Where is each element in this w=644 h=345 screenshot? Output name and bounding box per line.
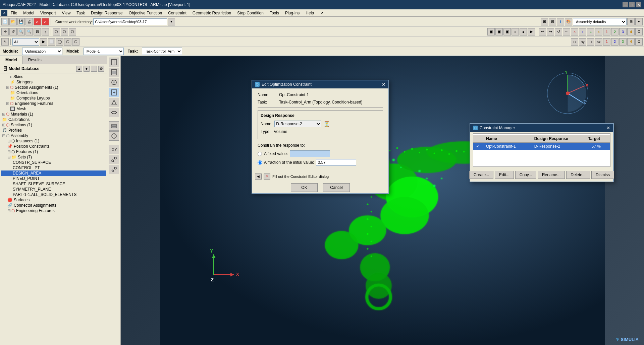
save-btn[interactable]: 💾 [17, 18, 25, 25]
assembly-extra1[interactable]: ⊞ [627, 18, 635, 25]
shade-btn3[interactable]: ▣ [503, 28, 511, 36]
fixed-value-input[interactable] [290, 150, 330, 157]
tree-item-shaft-sleeve[interactable]: SHAFT_SLEEVE_SURFACE [1, 181, 106, 187]
axis-btn1[interactable]: X [571, 28, 578, 36]
cm-delete-btn[interactable]: Delete... [566, 171, 590, 179]
grid-btn1[interactable]: ⊞ [541, 18, 548, 25]
tree-item-symmetry-plane[interactable]: SYMMETRY_PLANE [1, 187, 106, 192]
move-btn[interactable]: ✛ [1, 28, 9, 36]
tree-item-assembly[interactable]: ⊟ ⬡ Assembly [1, 133, 106, 138]
menu-plugins[interactable]: Plug-ins [282, 10, 302, 16]
menu-constraint[interactable]: Constraint [165, 10, 189, 16]
module-select[interactable]: Optimization [22, 48, 62, 55]
opt-tool-2[interactable] [109, 68, 119, 77]
reset-btn[interactable]: ↺ [555, 28, 562, 36]
ok-button[interactable]: OK [291, 183, 318, 192]
tree-item-features[interactable]: ⊞ ⬡ Features (1) [1, 149, 106, 154]
menu-design-response[interactable]: Design Response [88, 10, 125, 16]
filter-apply[interactable]: ▶ [40, 38, 47, 46]
open-btn[interactable]: 📂 [9, 18, 17, 25]
view3d-1[interactable]: ⬡ [53, 28, 60, 36]
prog-back-btn[interactable]: ◀ [255, 174, 262, 180]
axis-num2[interactable]: 2 [611, 28, 619, 36]
coord-num1[interactable]: 1 [603, 38, 610, 46]
menu-file[interactable]: File [8, 10, 20, 16]
opt-tool-7[interactable] [109, 121, 119, 131]
opt-tool-11[interactable] [109, 165, 119, 174]
shade-btn4[interactable]: ○ [512, 28, 519, 36]
opt-tool-4[interactable] [109, 88, 119, 97]
grid-btn2[interactable]: ⊟ [549, 18, 556, 25]
tree-item-skins[interactable]: ▸ Skins [1, 74, 106, 79]
tree-item-orientations[interactable]: 📁 Orientations [1, 90, 106, 95]
cm-close-btn[interactable]: ✕ [606, 125, 610, 131]
axis-btn3[interactable]: Z [587, 28, 594, 36]
cm-dismiss-btn[interactable]: Dismiss [591, 171, 614, 179]
axis-num4[interactable]: 4 [627, 28, 635, 36]
display-btn[interactable]: 🎨 [565, 18, 572, 25]
prog-stop-btn[interactable]: ✕ [264, 174, 270, 180]
tree-item-stringers[interactable]: ⚡ Stringers [1, 79, 106, 85]
coord-num3[interactable]: 3 [619, 38, 627, 46]
tree-item-pined-point[interactable]: PINED_POINT [1, 176, 106, 181]
tree-item-calibrations[interactable]: 📁 Calibrations [1, 117, 106, 122]
undo-btn[interactable]: ↩ [539, 28, 546, 36]
dr-name-select[interactable]: D-Response-2 [274, 121, 321, 127]
coord-btn2[interactable]: Ry [579, 38, 586, 46]
menu-model[interactable]: Model [20, 10, 37, 16]
shade-btn2[interactable]: ▣ [495, 28, 503, 36]
shade-btn1[interactable]: ▣ [487, 28, 495, 36]
cm-row-1[interactable]: ✓ Opt-Constraint-1 D-Response-2 = 57 % [473, 143, 610, 150]
tree-item-connector-assign[interactable]: 🔗 Connector Assignments [1, 203, 106, 208]
opt-tool-9[interactable]: XYZ [109, 145, 119, 154]
model-select[interactable]: Model-1 [84, 48, 124, 55]
db-collapse[interactable]: — [91, 66, 97, 72]
tree-item-design-area[interactable]: DESIGN_AREA [1, 170, 106, 176]
coord-num2[interactable]: 2 [611, 38, 619, 46]
opt-tool-6[interactable] [109, 108, 119, 117]
tab-model[interactable]: Model [0, 56, 23, 64]
scale-btn[interactable]: ↕ [42, 28, 49, 36]
radio-fixed[interactable] [258, 152, 262, 156]
menu-view[interactable]: View [59, 10, 73, 16]
tree-item-sections[interactable]: ⊞ ⬡ Sections (1) [1, 122, 106, 128]
assembly-extra2[interactable]: ▾ [635, 18, 643, 25]
coord-extra[interactable]: ⚙ [635, 38, 643, 46]
cwd-dropdown[interactable]: ▾ [168, 18, 175, 25]
filter-polygon[interactable]: ⬡ [64, 38, 71, 46]
menu-geometric-restriction[interactable]: Geometric Restriction [190, 10, 234, 16]
tree-item-control-pt[interactable]: CONTROL_PT [1, 165, 106, 170]
close-button[interactable]: ✕ [636, 2, 641, 7]
radio-fraction[interactable] [258, 160, 262, 165]
tree-item-pos-constraints[interactable]: 📌 Position Constraints [1, 144, 106, 149]
opt-tool-10[interactable] [109, 155, 119, 164]
opt-tool-8[interactable] [109, 131, 119, 141]
cwd-input[interactable] [93, 18, 167, 25]
coord-btn4[interactable]: Az [595, 38, 602, 46]
minimize-button[interactable]: — [623, 2, 628, 7]
coord-btn3[interactable]: Tz [587, 38, 594, 46]
fraction-value-input[interactable] [316, 159, 356, 166]
menu-viewport[interactable]: Viewport [38, 10, 58, 16]
menu-objective-function[interactable]: Objective Function [126, 10, 165, 16]
coord-btn1[interactable]: Tx [571, 38, 578, 46]
fit-btn[interactable]: ⊡ [34, 28, 41, 36]
menu-tools[interactable]: Tools [267, 10, 282, 16]
db-settings[interactable]: ⚙ [98, 66, 104, 72]
tree-item-part-solid[interactable]: PART-1-1.ALL_SOLID_ELEMENTS [1, 192, 106, 197]
zoom-box-btn[interactable]: 🔍 [25, 28, 33, 36]
filter-select[interactable]: All [12, 38, 39, 46]
filter-box[interactable]: ⬜ [48, 38, 55, 46]
view3d-2[interactable]: ⬡ [61, 28, 68, 36]
db-expand-up[interactable]: ▲ [76, 66, 82, 72]
info-btn[interactable]: i [557, 18, 564, 25]
cm-rename-btn[interactable]: Rename... [538, 171, 565, 179]
menu-stop-condition[interactable]: Stop Condition [234, 10, 266, 16]
opt-tool-3[interactable] [109, 78, 119, 87]
cursor-btn[interactable]: ↖ [1, 38, 9, 46]
view3d-3[interactable]: ⬡ [69, 28, 76, 36]
db-expand-down[interactable]: ▼ [84, 66, 90, 72]
tree-item-materials[interactable]: ⊞ ⬡ Materials (1) [1, 112, 106, 117]
axis-btn2[interactable]: Y [579, 28, 586, 36]
tree-item-section-assignments[interactable]: ⊞ ⬡ Section Assignments (1) [1, 85, 106, 90]
